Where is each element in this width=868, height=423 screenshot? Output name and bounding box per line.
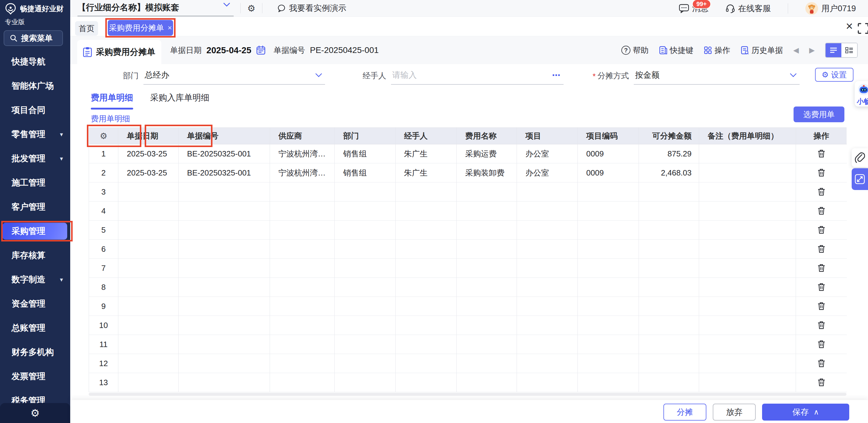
cell-proj[interactable] <box>517 297 578 316</box>
dept-select[interactable]: 总经办 <box>144 70 325 85</box>
sidebar-item-7[interactable]: 采购管理 <box>0 219 70 243</box>
cell-doc[interactable] <box>179 297 270 316</box>
cell-amt[interactable] <box>639 183 699 201</box>
delete-row-button[interactable] <box>796 297 847 316</box>
cell-date[interactable] <box>118 297 179 316</box>
cell-amt[interactable] <box>639 278 699 297</box>
cell-hand[interactable] <box>396 278 457 297</box>
cell-doc[interactable] <box>179 278 270 297</box>
discard-button[interactable]: 放弃 <box>713 404 756 421</box>
cell-exp[interactable]: 采购装卸费 <box>457 163 517 183</box>
cell-code[interactable] <box>578 297 639 316</box>
delete-row-button[interactable] <box>796 373 847 392</box>
cell-doc[interactable] <box>179 221 270 240</box>
sidebar-item-9[interactable]: 数字制造▾ <box>0 267 70 292</box>
cell-hand[interactable]: 朱广生 <box>396 144 457 163</box>
cell-exp[interactable] <box>457 259 517 278</box>
cell-dept[interactable] <box>335 221 396 240</box>
cell-hand[interactable] <box>396 373 457 392</box>
cell-rem[interactable] <box>699 144 796 163</box>
sidebar-item-5[interactable]: 施工管理 <box>0 171 70 195</box>
cell-hand[interactable] <box>396 297 457 316</box>
cell-proj[interactable]: 办公室 <box>517 144 578 163</box>
cell-date[interactable] <box>118 259 179 278</box>
cell-amt[interactable] <box>639 335 699 354</box>
cell-proj[interactable]: 办公室 <box>517 163 578 183</box>
horizontal-scrollbar[interactable] <box>89 393 846 396</box>
cell-doc[interactable] <box>179 183 270 201</box>
cell-amt[interactable]: 2,468.03 <box>639 163 699 183</box>
sidebar-item-12[interactable]: 财务多机构 <box>0 340 70 364</box>
cell-sup[interactable] <box>270 221 335 240</box>
handler-input[interactable]: 请输入 ⋯ <box>391 70 563 85</box>
messages-button[interactable]: 消息 99+ <box>679 3 709 14</box>
sidebar-item-0[interactable]: 快捷导航 <box>0 50 70 74</box>
cell-date[interactable] <box>118 183 179 201</box>
cell-date[interactable] <box>118 316 179 335</box>
cell-date[interactable] <box>118 240 179 259</box>
subtab-expense-detail[interactable]: 费用单明细 <box>91 92 133 109</box>
cell-rem[interactable] <box>699 335 796 354</box>
column-settings-cell[interactable]: ⚙ <box>89 128 118 144</box>
cell-rem[interactable] <box>699 354 796 373</box>
cell-hand[interactable] <box>396 316 457 335</box>
delete-row-button[interactable] <box>796 221 847 240</box>
cell-code[interactable] <box>578 373 639 392</box>
cell-doc[interactable] <box>179 316 270 335</box>
prev-doc-icon[interactable]: ◀ <box>793 46 799 55</box>
cell-doc[interactable]: BE-20250325-001 <box>179 144 270 163</box>
cell-rem[interactable] <box>699 163 796 183</box>
cell-code[interactable] <box>578 259 639 278</box>
cell-date[interactable]: 2025-03-25 <box>118 163 179 183</box>
cell-exp[interactable] <box>457 278 517 297</box>
cell-sup[interactable] <box>270 354 335 373</box>
cell-hand[interactable] <box>396 354 457 373</box>
cell-date[interactable] <box>118 354 179 373</box>
cell-exp[interactable] <box>457 335 517 354</box>
cell-dept[interactable] <box>335 278 396 297</box>
cell-code[interactable] <box>578 201 639 221</box>
cell-date[interactable] <box>118 373 179 392</box>
cell-proj[interactable] <box>517 354 578 373</box>
delete-row-button[interactable] <box>796 144 847 163</box>
sidebar-item-13[interactable]: 发票管理 <box>0 364 70 389</box>
cell-doc[interactable] <box>179 259 270 278</box>
cell-proj[interactable] <box>517 316 578 335</box>
cell-exp[interactable] <box>457 316 517 335</box>
cell-rem[interactable] <box>699 221 796 240</box>
cell-amt[interactable] <box>639 373 699 392</box>
cell-doc[interactable] <box>179 201 270 221</box>
lookup-ellipsis-icon[interactable]: ⋯ <box>552 70 561 80</box>
cell-dept[interactable] <box>335 259 396 278</box>
sidebar-item-6[interactable]: 客户管理 <box>0 195 70 219</box>
support-button[interactable]: 在线客服 <box>725 3 771 14</box>
next-doc-icon[interactable]: ▶ <box>809 46 815 55</box>
cell-sup[interactable] <box>270 278 335 297</box>
card-view-toggle[interactable] <box>841 43 857 57</box>
delete-row-button[interactable] <box>796 201 847 221</box>
cell-hand[interactable] <box>396 259 457 278</box>
cell-date[interactable]: 2025-03-25 <box>118 144 179 163</box>
calendar-icon[interactable] <box>256 45 266 55</box>
cell-rem[interactable] <box>699 183 796 201</box>
tab-home[interactable]: 首页 <box>75 21 98 36</box>
delete-row-button[interactable] <box>796 183 847 201</box>
cell-code[interactable] <box>578 316 639 335</box>
cell-sup[interactable] <box>270 316 335 335</box>
help-button[interactable]: ? 帮助 <box>621 45 649 56</box>
cell-dept[interactable] <box>335 316 396 335</box>
cell-date[interactable] <box>118 201 179 221</box>
cell-date[interactable] <box>118 278 179 297</box>
cell-rem[interactable] <box>699 259 796 278</box>
doc-tab[interactable]: 采购费用分摊单 <box>77 40 161 64</box>
delete-row-button[interactable] <box>796 240 847 259</box>
cell-dept[interactable] <box>335 354 396 373</box>
cell-exp[interactable] <box>457 354 517 373</box>
save-button[interactable]: 保存 ∧ <box>762 404 849 421</box>
cell-sup[interactable] <box>270 373 335 392</box>
delete-row-button[interactable] <box>796 316 847 335</box>
expand-widget[interactable] <box>851 168 868 190</box>
cell-code[interactable] <box>578 240 639 259</box>
sidebar-item-11[interactable]: 总账管理 <box>0 316 70 340</box>
cell-sup[interactable] <box>270 183 335 201</box>
